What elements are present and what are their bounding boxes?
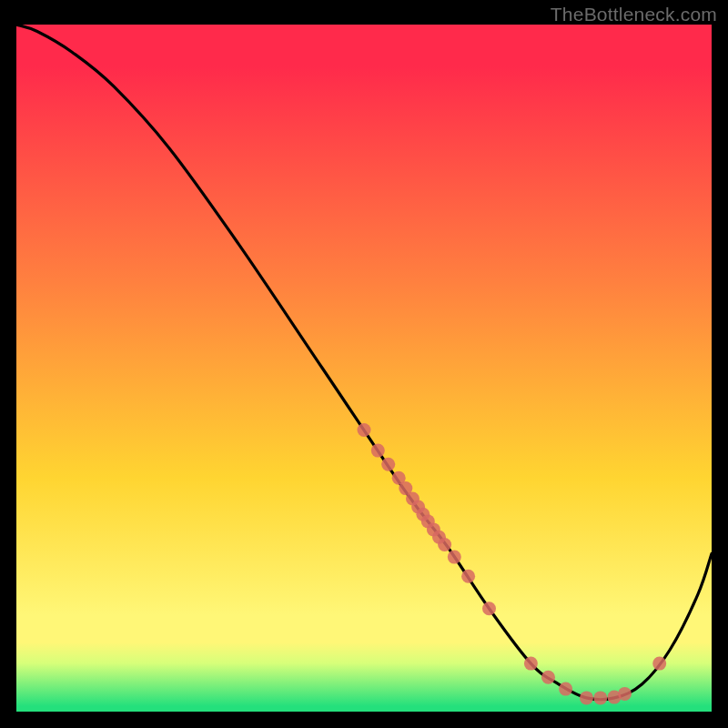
sample-dot [482,602,496,615]
sample-dot [618,687,632,701]
sample-dot [448,551,461,564]
curve-path [16,25,712,700]
sample-dot [593,691,607,704]
sample-dot [652,657,666,671]
sample-dot [580,691,593,704]
sample-dot [559,682,572,696]
sample-dot [461,570,475,583]
sample-dot [541,671,555,684]
sample-dot [358,423,371,437]
sample-dot [438,538,451,551]
sample-dot [524,657,538,671]
sample-dot [371,444,385,458]
plot-area [16,25,712,712]
watermark-text: TheBottleneck.com [551,4,717,25]
sample-dot [381,458,395,471]
chart-stage: TheBottleneck.com [0,0,728,728]
bottleneck-curve [16,25,712,712]
